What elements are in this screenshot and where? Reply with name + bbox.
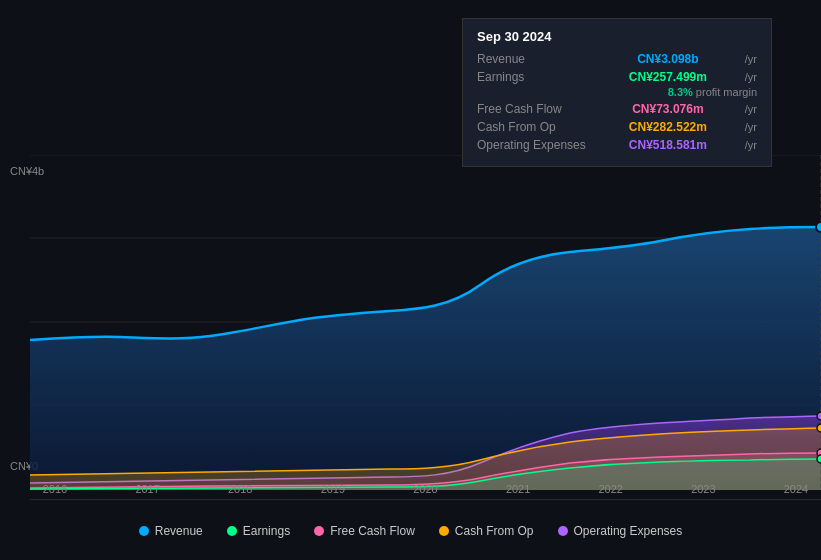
tooltip-fcf-value: CN¥73.076m — [632, 102, 703, 116]
profit-margin-label: profit margin — [696, 86, 757, 98]
opex-dot — [817, 412, 821, 420]
tooltip-opex-label: Operating Expenses — [477, 138, 597, 152]
legend-fcf-label: Free Cash Flow — [330, 524, 415, 538]
legend-revenue-label: Revenue — [155, 524, 203, 538]
chart-svg — [30, 155, 821, 490]
tooltip-opex-row: Operating Expenses CN¥518.581m /yr — [477, 138, 757, 152]
legend-opex: Operating Expenses — [558, 524, 683, 538]
earnings-dot — [817, 455, 821, 463]
tooltip-revenue-value: CN¥3.098b — [637, 52, 698, 66]
tooltip-cfo-label: Cash From Op — [477, 120, 597, 134]
legend-revenue: Revenue — [139, 524, 203, 538]
tooltip-earnings-row: Earnings CN¥257.499m /yr — [477, 70, 757, 84]
profit-margin-value: 8.3% — [668, 86, 693, 98]
divider — [30, 499, 821, 500]
legend-revenue-dot — [139, 526, 149, 536]
tooltip-date: Sep 30 2024 — [477, 29, 757, 44]
legend-earnings-dot — [227, 526, 237, 536]
tooltip-revenue-unit: /yr — [745, 53, 757, 65]
tooltip-earnings-unit: /yr — [745, 71, 757, 83]
tooltip-opex-value: CN¥518.581m — [629, 138, 707, 152]
tooltip-earnings-value: CN¥257.499m — [629, 70, 707, 84]
legend-fcf: Free Cash Flow — [314, 524, 415, 538]
tooltip-revenue-row: Revenue CN¥3.098b /yr — [477, 52, 757, 66]
revenue-dot — [816, 222, 821, 232]
tooltip-earnings-label: Earnings — [477, 70, 597, 84]
x-label-2018: 2018 — [215, 483, 265, 495]
x-label-2022: 2022 — [586, 483, 636, 495]
x-label-2023: 2023 — [678, 483, 728, 495]
legend-opex-dot — [558, 526, 568, 536]
tooltip-cfo-value: CN¥282.522m — [629, 120, 707, 134]
legend-cfo-label: Cash From Op — [455, 524, 534, 538]
chart-container: Sep 30 2024 Revenue CN¥3.098b /yr Earnin… — [0, 0, 821, 560]
tooltip-revenue-label: Revenue — [477, 52, 597, 66]
tooltip-cfo-row: Cash From Op CN¥282.522m /yr — [477, 120, 757, 134]
legend-cfo-dot — [439, 526, 449, 536]
x-label-2016: 2016 — [30, 483, 80, 495]
x-label-2024: 2024 — [771, 483, 821, 495]
legend: Revenue Earnings Free Cash Flow Cash Fro… — [0, 524, 821, 538]
cfo-dot — [817, 424, 821, 432]
x-label-2021: 2021 — [493, 483, 543, 495]
tooltip-cfo-unit: /yr — [745, 121, 757, 133]
tooltip-fcf-unit: /yr — [745, 103, 757, 115]
tooltip-fcf-label: Free Cash Flow — [477, 102, 597, 116]
x-label-2020: 2020 — [401, 483, 451, 495]
profit-margin-text: 8.3% profit margin — [668, 86, 757, 98]
x-label-2019: 2019 — [308, 483, 358, 495]
tooltip: Sep 30 2024 Revenue CN¥3.098b /yr Earnin… — [462, 18, 772, 167]
legend-opex-label: Operating Expenses — [574, 524, 683, 538]
profit-margin-row: 8.3% profit margin — [477, 86, 757, 98]
tooltip-fcf-row: Free Cash Flow CN¥73.076m /yr — [477, 102, 757, 116]
legend-cfo: Cash From Op — [439, 524, 534, 538]
x-axis: 2016 2017 2018 2019 2020 2021 2022 2023 … — [30, 483, 821, 495]
legend-fcf-dot — [314, 526, 324, 536]
legend-earnings-label: Earnings — [243, 524, 290, 538]
tooltip-opex-unit: /yr — [745, 139, 757, 151]
x-label-2017: 2017 — [123, 483, 173, 495]
legend-earnings: Earnings — [227, 524, 290, 538]
